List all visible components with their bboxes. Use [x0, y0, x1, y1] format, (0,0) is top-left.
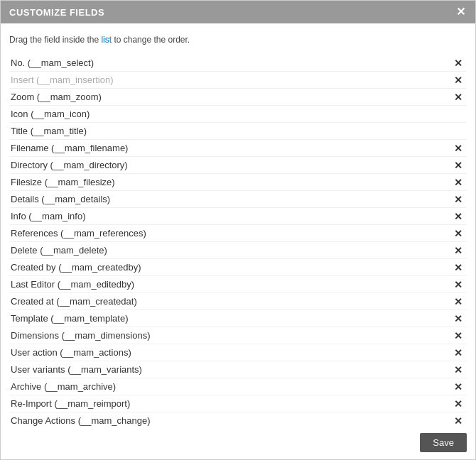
field-row: No. (__mam_select)✕	[9, 55, 467, 72]
field-row: Details (__mam_details)✕	[9, 191, 467, 208]
instruction-text: Drag the field inside the list to change…	[9, 35, 467, 45]
field-label: References (__mam_references)	[11, 228, 146, 239]
field-label: Title (__mam_title)	[11, 126, 87, 136]
field-row: Title (__mam_title)	[9, 123, 467, 140]
modal-footer: Save	[1, 426, 475, 459]
remove-field-button[interactable]: ✕	[451, 399, 465, 409]
field-label: Filesize (__mam_filesize)	[11, 177, 115, 187]
field-row: Insert (__mam_insertion)✕	[9, 72, 467, 89]
field-label: Template (__mam_template)	[11, 313, 128, 324]
field-label: Created at (__mam_createdat)	[11, 296, 137, 307]
field-label: Details (__mam_details)	[11, 194, 110, 204]
field-row: Change Actions (__mam_change)✕	[9, 412, 467, 426]
field-row: Icon (__mam_icon)	[9, 106, 467, 123]
remove-field-button[interactable]: ✕	[451, 280, 465, 290]
remove-field-button[interactable]: ✕	[451, 331, 465, 341]
field-row: User action (__mam_actions)✕	[9, 344, 467, 361]
instruction-after: to change the order.	[112, 35, 190, 45]
modal-title: CUSTOMIZE FIELDS	[9, 7, 104, 18]
field-label: Created by (__mam_createdby)	[11, 262, 141, 273]
field-row: References (__mam_references)✕	[9, 225, 467, 242]
remove-field-button[interactable]: ✕	[451, 382, 465, 392]
remove-field-button[interactable]: ✕	[451, 314, 465, 324]
remove-field-button[interactable]: ✕	[451, 143, 465, 153]
field-label: Archive (__mam_archive)	[11, 381, 116, 392]
field-row: Created at (__mam_createdat)✕	[9, 293, 467, 310]
field-label: Info (__mam_info)	[11, 211, 86, 221]
fields-list: No. (__mam_select)✕Insert (__mam_inserti…	[9, 55, 467, 426]
field-row: Template (__mam_template)✕	[9, 310, 467, 327]
field-label: Re-Import (__mam_reimport)	[11, 398, 130, 409]
field-label: User action (__mam_actions)	[11, 347, 131, 358]
field-row: Directory (__mam_directory)✕	[9, 157, 467, 174]
field-row: Filesize (__mam_filesize)✕	[9, 174, 467, 191]
remove-field-button[interactable]: ✕	[451, 92, 465, 102]
remove-field-button[interactable]: ✕	[451, 58, 465, 68]
field-row: Zoom (__mam_zoom)✕	[9, 89, 467, 106]
field-row: Delete (__mam_delete)✕	[9, 242, 467, 259]
remove-field-button[interactable]: ✕	[451, 365, 465, 375]
modal-header: CUSTOMIZE FIELDS ✕	[1, 1, 475, 23]
remove-field-button[interactable]: ✕	[451, 229, 465, 239]
remove-field-button[interactable]: ✕	[451, 348, 465, 358]
field-row: Filename (__mam_filename)✕	[9, 140, 467, 157]
field-label: User variants (__mam_variants)	[11, 364, 142, 375]
remove-field-button[interactable]: ✕	[451, 195, 465, 204]
field-row: Info (__mam_info)✕	[9, 208, 467, 225]
field-label: Change Actions (__mam_change)	[11, 415, 151, 426]
field-label: Delete (__mam_delete)	[11, 245, 107, 256]
field-label: Directory (__mam_directory)	[11, 160, 128, 170]
remove-field-button[interactable]: ✕	[451, 246, 465, 256]
field-row: Last Editor (__mam_editedby)✕	[9, 276, 467, 293]
remove-field-button[interactable]: ✕	[451, 263, 465, 273]
customize-fields-modal: CUSTOMIZE FIELDS ✕ Drag the field inside…	[0, 0, 476, 460]
close-button[interactable]: ✕	[455, 6, 467, 18]
field-row: Re-Import (__mam_reimport)✕	[9, 395, 467, 412]
remove-field-button[interactable]: ✕	[451, 212, 465, 221]
field-label: Insert (__mam_insertion)	[11, 75, 114, 85]
remove-field-button[interactable]: ✕	[451, 297, 465, 307]
field-label: Dimensions (__mam_dimensions)	[11, 330, 151, 341]
field-row: Dimensions (__mam_dimensions)✕	[9, 327, 467, 344]
instruction-before: Drag the field inside the	[9, 35, 101, 45]
instruction-link[interactable]: list	[101, 35, 112, 45]
save-button[interactable]: Save	[420, 433, 467, 452]
field-label: Filename (__mam_filename)	[11, 143, 128, 153]
field-label: Last Editor (__mam_editedby)	[11, 279, 134, 290]
field-row: Archive (__mam_archive)✕	[9, 378, 467, 395]
field-label: Zoom (__mam_zoom)	[11, 92, 102, 102]
field-label: No. (__mam_select)	[11, 58, 94, 68]
remove-field-button[interactable]: ✕	[451, 160, 465, 170]
remove-field-button[interactable]: ✕	[451, 416, 465, 426]
field-label: Icon (__mam_icon)	[11, 109, 90, 119]
remove-field-button[interactable]: ✕	[451, 177, 465, 187]
remove-field-button[interactable]: ✕	[451, 75, 465, 85]
field-row: Created by (__mam_createdby)✕	[9, 259, 467, 276]
field-row: User variants (__mam_variants)✕	[9, 361, 467, 378]
modal-body: Drag the field inside the list to change…	[1, 23, 475, 426]
